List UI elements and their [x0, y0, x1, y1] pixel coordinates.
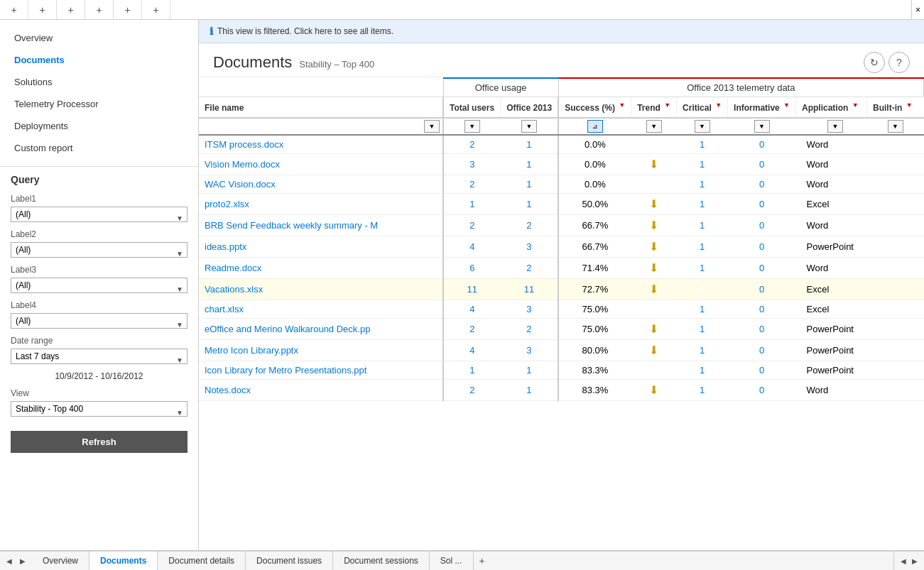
informative-link[interactable]: 0 [759, 139, 764, 150]
filename-link[interactable]: BRB Send Feedback weekly summary - M [205, 220, 378, 231]
office2013-link[interactable]: 1 [526, 139, 531, 150]
sidebar-item-custom-report[interactable]: Custom report [0, 137, 198, 159]
informative-link[interactable]: 0 [759, 199, 764, 209]
bottom-tab-sol[interactable]: Sol ... [430, 552, 474, 570]
sidebar-item-solutions[interactable]: Solutions [0, 71, 198, 93]
label2-select[interactable]: (All) [11, 242, 187, 258]
office2013-link[interactable]: 1 [526, 159, 531, 170]
filename-link[interactable]: Vision Memo.docx [205, 159, 280, 170]
informative-link[interactable]: 0 [759, 220, 764, 231]
total-users-link[interactable]: 2 [469, 139, 474, 150]
total-users-link[interactable]: 3 [469, 159, 474, 170]
office2013-link[interactable]: 1 [526, 179, 531, 190]
filter-btn-filename[interactable]: ▼ [424, 120, 440, 133]
filename-link[interactable]: ideas.pptx [205, 241, 246, 252]
filter-btn-office2013[interactable]: ▼ [521, 120, 537, 133]
filter-btn-trend[interactable]: ▼ [646, 120, 662, 133]
informative-link[interactable]: 0 [759, 385, 764, 395]
critical-link[interactable]: 1 [700, 199, 705, 209]
filter-btn-success[interactable]: ⊿ [587, 120, 603, 133]
filter-bar[interactable]: ℹ This view is filtered. Click here to s… [199, 20, 924, 43]
sidebar-item-documents[interactable]: Documents [0, 49, 198, 71]
add-tab-button-4[interactable]: + [85, 0, 114, 19]
refresh-button[interactable]: Refresh [11, 431, 187, 453]
total-users-link[interactable]: 2 [469, 220, 474, 231]
informative-link[interactable]: 0 [759, 159, 764, 170]
refresh-icon-button[interactable]: ↻ [864, 52, 885, 73]
bottom-tab-overview[interactable]: Overview [32, 552, 89, 570]
filter-btn-application[interactable]: ▼ [827, 120, 843, 133]
total-users-link[interactable]: 2 [469, 179, 474, 190]
informative-link[interactable]: 0 [759, 345, 764, 356]
filename-link[interactable]: WAC Vision.docx [205, 179, 276, 190]
total-users-link[interactable]: 4 [469, 304, 474, 314]
total-users-link[interactable]: 4 [469, 241, 474, 252]
filename-link[interactable]: Readme.docx [205, 263, 261, 273]
sidebar-item-overview[interactable]: Overview [0, 27, 198, 49]
filename-link[interactable]: proto2.xlsx [205, 199, 249, 209]
office2013-link[interactable]: 11 [524, 284, 534, 295]
label3-select[interactable]: (All) [11, 278, 187, 293]
bottom-tab-document-issues[interactable]: Document issues [246, 552, 333, 570]
bottom-tab-documents[interactable]: Documents [89, 552, 158, 570]
critical-link[interactable]: 1 [700, 365, 705, 376]
office2013-link[interactable]: 3 [526, 345, 531, 356]
informative-link[interactable]: 0 [759, 263, 764, 273]
filename-link[interactable]: eOffice and Merino Walkaround Deck.pp [205, 324, 370, 334]
total-users-link[interactable]: 2 [469, 385, 474, 395]
office2013-link[interactable]: 2 [526, 220, 531, 231]
critical-link[interactable]: 1 [700, 139, 705, 150]
informative-link[interactable]: 0 [759, 179, 764, 190]
date-range-select[interactable]: Last 7 days [11, 349, 187, 364]
view-select[interactable]: Stability - Top 400 [11, 401, 187, 417]
filename-link[interactable]: Metro Icon Library.pptx [205, 345, 298, 356]
critical-link[interactable]: 1 [700, 385, 705, 395]
close-panel-button[interactable]: × [911, 0, 924, 19]
label4-select[interactable]: (All) [11, 313, 187, 329]
add-tab-button-1[interactable]: + [0, 0, 28, 19]
scroll-tabs-right[interactable]: ▶ [909, 556, 920, 566]
filename-link[interactable]: Icon Library for Metro Presentations.ppt [205, 365, 366, 376]
total-users-link[interactable]: 1 [469, 199, 474, 209]
office2013-link[interactable]: 3 [526, 304, 531, 314]
sidebar-item-deployments[interactable]: Deployments [0, 115, 198, 137]
critical-link[interactable]: 1 [700, 304, 705, 314]
informative-link[interactable]: 0 [759, 365, 764, 376]
office2013-link[interactable]: 1 [526, 365, 531, 376]
add-tab-button-5[interactable]: + [114, 0, 142, 19]
add-tab-button-6[interactable]: + [142, 0, 170, 19]
critical-link[interactable]: 3 [700, 284, 705, 295]
filter-btn-total-users[interactable]: ▼ [464, 120, 480, 133]
total-users-link[interactable]: 4 [469, 345, 474, 356]
office2013-link[interactable]: 1 [526, 385, 531, 395]
total-users-link[interactable]: 11 [467, 284, 477, 295]
filename-link[interactable]: ITSM process.docx [205, 139, 283, 150]
critical-link[interactable]: 1 [700, 263, 705, 273]
add-sheet-button[interactable]: + [474, 552, 491, 570]
filename-link[interactable]: Vacations.xlsx [205, 284, 263, 295]
office2013-link[interactable]: 2 [526, 263, 531, 273]
label1-select[interactable]: (All) [11, 207, 187, 222]
scroll-tabs-left[interactable]: ◀ [898, 556, 909, 566]
critical-link[interactable]: 1 [700, 324, 705, 334]
critical-link[interactable]: 1 [700, 159, 705, 170]
informative-link[interactable]: 0 [759, 284, 764, 295]
critical-link[interactable]: 1 [700, 220, 705, 231]
add-tab-button-3[interactable]: + [57, 0, 85, 19]
sidebar-item-telemetry[interactable]: Telemetry Processor [0, 93, 198, 115]
total-users-link[interactable]: 1 [469, 365, 474, 376]
informative-link[interactable]: 0 [759, 241, 764, 252]
informative-link[interactable]: 0 [759, 304, 764, 314]
filter-btn-informative[interactable]: ▼ [754, 120, 770, 133]
critical-link[interactable]: 1 [700, 179, 705, 190]
bottom-tab-document-sessions[interactable]: Document sessions [333, 552, 430, 570]
next-tab-button[interactable]: ▶ [17, 556, 28, 566]
add-tab-button-2[interactable]: + [28, 0, 57, 19]
filter-btn-builtin[interactable]: ▼ [888, 120, 903, 133]
help-icon-button[interactable]: ? [888, 52, 910, 73]
informative-link[interactable]: 0 [759, 324, 764, 334]
bottom-tab-document-details[interactable]: Document details [158, 552, 246, 570]
total-users-link[interactable]: 6 [469, 263, 474, 273]
critical-link[interactable]: 1 [700, 345, 705, 356]
office2013-link[interactable]: 3 [526, 241, 531, 252]
